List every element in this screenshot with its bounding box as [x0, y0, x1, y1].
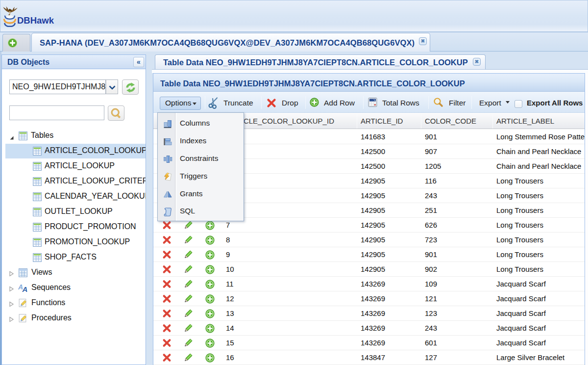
svg-text:A: A	[22, 285, 28, 293]
